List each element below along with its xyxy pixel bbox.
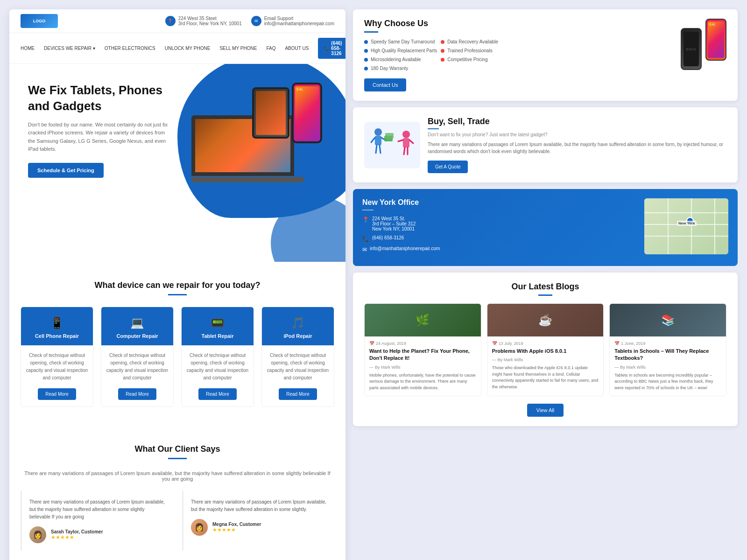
feature-6: Competitive Pricing [441, 57, 514, 62]
email-address: info@manhattaniphonerepair.com [264, 21, 334, 26]
left-panel: LOGO 📍 224 West 35 Steet 3rd Floor, New … [9, 9, 345, 560]
cellphone-icon: 📱 [26, 316, 88, 329]
repair-card-computer: 💻 Computer Repair Check of technique wit… [101, 307, 174, 407]
nav-about[interactable]: ABOUT US [285, 46, 309, 51]
testimonials-title: What Our Client Says [21, 444, 334, 454]
card-body-computer: Check of technique without opening, chec… [101, 345, 173, 406]
blog-body-3: 📅 1 June, 2019 Tablets in Schools – Will… [610, 336, 726, 396]
map-road-h3 [644, 236, 728, 237]
logo-text: LOGO [33, 19, 46, 23]
address-block: 224 West 35 St. 3rd Floor – Suite 312 Ne… [372, 216, 416, 231]
feature-label-5: Microsoldering Available [371, 57, 421, 62]
why-content: Why Choose Us Speedy Same Day Turnaround… [364, 19, 514, 91]
schedule-button[interactable]: Schedule & Get Pricing [28, 163, 104, 178]
feature-2: Data Recovery Available [441, 39, 514, 44]
nav-sell[interactable]: SELL MY PHONE [219, 46, 257, 51]
hero-section: We Fix Tablets, Phones and Gadgets Don't… [9, 64, 345, 262]
nav-unlock[interactable]: UNLOCK MY PHONE [165, 46, 211, 51]
location-map: New York [644, 198, 728, 254]
computer-icon: 💻 [106, 316, 169, 329]
card-header-tablet: 📟 Tablet Repair [182, 307, 254, 345]
map-road-v1 [668, 198, 669, 254]
addr-line2: 3rd Floor – Suite 312 [372, 221, 416, 226]
cellphone-read-more[interactable]: Read More [38, 388, 76, 400]
avatar-img-1: 👩 [29, 526, 46, 543]
blog-title-1: Want to Help the Planet? Fix Your Phone,… [369, 348, 476, 362]
author-name-1: Sarah Taylor, Customer [51, 529, 103, 534]
location-email: ✉ info@manhattaniphonerepair.com [362, 246, 637, 253]
blog-author-1: — By Mark Wills [369, 365, 476, 370]
svg-point-8 [402, 131, 410, 138]
blogs-section: Our Latest Blogs 🌿 📅 24 August, 2019 Wan… [353, 273, 738, 426]
why-choose-us-card: Why Choose Us Speedy Same Day Turnaround… [353, 9, 738, 101]
location-address: 📍 224 West 35 St. 3rd Floor – Suite 312 … [362, 216, 637, 231]
blog-img-1: 🌿 [365, 304, 481, 336]
ipod-title: iPod Repair [267, 333, 329, 339]
address-line2: 3rd Floor, New York NY, 10001 [178, 21, 242, 26]
ipod-icon: 🎵 [267, 316, 329, 329]
blog-title-3: Tablets in Schools – Will They Replace T… [614, 348, 721, 362]
feature-dot-7 [364, 67, 368, 70]
view-all-wrap: View All [364, 404, 726, 417]
feature-label-6: Competitive Pricing [447, 57, 487, 62]
hero-title: We Fix Tablets, Phones and Gadgets [28, 83, 168, 114]
devices-underline [168, 294, 187, 295]
address-line1: 224 West 35 Steet [178, 16, 242, 21]
tablet-read-more[interactable]: Read More [198, 388, 236, 400]
blog-img-overlay-2: ☕ [487, 304, 604, 336]
logo: LOGO [21, 14, 58, 28]
address-contact: 📍 224 West 35 Steet 3rd Floor, New York … [165, 16, 242, 26]
nav-home[interactable]: HOME [21, 46, 35, 51]
blog-author-2: — By Mark Wills [492, 357, 599, 362]
nav-phone[interactable]: 📞 (646) 658-3126 [318, 38, 345, 59]
blog-excerpt-1: Mobile phones, unfortunately, have the p… [369, 372, 476, 392]
author-info-2: Megna Fox, Customer ★★★★★ [212, 522, 261, 533]
svg-line-11 [409, 140, 413, 143]
repair-card-tablet: 📟 Tablet Repair Check of technique witho… [181, 307, 254, 407]
phone-device: 9:41 [292, 83, 322, 143]
email-text: Email Support info@manhattaniphonerepair… [264, 16, 334, 26]
svg-line-12 [404, 147, 405, 154]
blogs-underline [538, 294, 552, 296]
nav-faq[interactable]: FAQ [266, 46, 275, 51]
cellphone-title: Cell Phone Repair [26, 333, 88, 339]
calendar-icon-1: 📅 [369, 341, 374, 346]
tablet-icon: 📟 [186, 316, 249, 329]
nav-devices[interactable]: DEVICES WE REPAIR ▾ [44, 46, 95, 51]
phone-number: (646) 658-3126 [331, 41, 342, 56]
feature-label-3: High Quality Replacement Parts [371, 48, 437, 53]
contact-info: 📍 224 West 35 Steet 3rd Floor, New York … [165, 16, 334, 26]
feature-5: Microsoldering Available [364, 57, 437, 62]
location-underline [362, 210, 374, 210]
get-quote-button[interactable]: Get A Quote [428, 161, 468, 173]
feature-label-2: Data Recovery Available [447, 39, 498, 44]
buy-sell-subtitle: Don't want to fix your phone? Just want … [428, 132, 726, 137]
ipod-read-more[interactable]: Read More [279, 388, 317, 400]
testimonials-section: What Our Client Says There are many vari… [9, 430, 345, 560]
phone-screen-display: 9:41 [708, 21, 724, 58]
card-body-cellphone: Check of technique without opening, chec… [21, 345, 93, 406]
repair-card-cellphone: 📱 Cell Phone Repair Check of technique w… [21, 307, 93, 407]
nav-electronics[interactable]: OTHER ELECTRONICS [105, 46, 155, 51]
feature-7: 180 Day Warranty [364, 66, 437, 71]
blog-excerpt-2: Those who downloaded the Apple iOS 8.0.1… [492, 365, 599, 390]
map-road-h1 [644, 212, 728, 213]
why-underline [364, 31, 378, 33]
feature-dot-4 [441, 49, 444, 53]
avatar-img-2: 👩 [191, 519, 208, 536]
blog-body-2: 📅 13 July, 2019 Problems With Apple iOS … [487, 336, 604, 395]
contact-us-button[interactable]: Contact Us [364, 78, 406, 91]
feature-dot-5 [364, 58, 368, 62]
view-all-button[interactable]: View All [527, 404, 564, 417]
why-title: Why Choose Us [364, 19, 514, 28]
location-phone-number: (646) 658-3126 [372, 235, 404, 240]
location-info: New York Office 📍 224 West 35 St. 3rd Fl… [362, 198, 637, 257]
dash-icon-2: — [492, 357, 496, 362]
dash-icon-1: — [369, 365, 374, 370]
svg-point-0 [374, 128, 382, 136]
computer-read-more[interactable]: Read More [118, 388, 156, 400]
svg-line-2 [371, 138, 375, 142]
computer-title: Computer Repair [106, 333, 169, 339]
cellphone-desc: Check of technique without opening, chec… [26, 352, 88, 382]
svg-rect-7 [385, 133, 394, 139]
